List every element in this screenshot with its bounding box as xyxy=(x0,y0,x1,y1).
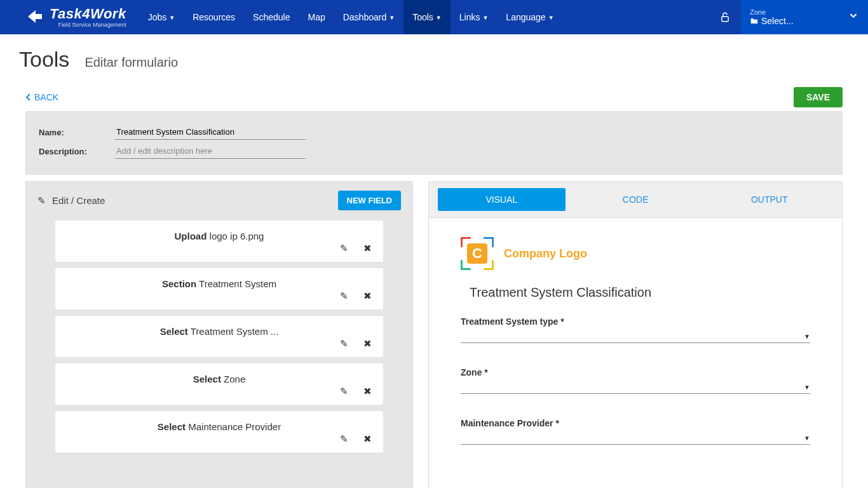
meta-name-label: Name: xyxy=(39,128,90,137)
new-field-button[interactable]: NEW FIELD xyxy=(338,191,402,210)
nav-items: Jobs▼ResourcesScheduleMapDashboard▼Tools… xyxy=(139,0,563,34)
delete-field-icon[interactable] xyxy=(363,290,372,302)
caret-down-icon: ▼ xyxy=(389,15,395,21)
field-card-title: Select Zone xyxy=(65,374,373,384)
nav-item-label: Jobs xyxy=(148,12,167,22)
nav-item-tools[interactable]: Tools▼ xyxy=(403,0,451,34)
nav-item-dashboard[interactable]: Dashboard▼ xyxy=(334,0,403,34)
zone-label: Zone xyxy=(750,8,859,16)
brand-tagline: Field Service Management xyxy=(58,22,126,28)
edit-field-icon[interactable] xyxy=(340,433,348,445)
top-navbar: Task4Work Field Service Management Jobs▼… xyxy=(0,0,868,34)
brand-text: Task4Work Field Service Management xyxy=(50,7,126,28)
svg-marker-0 xyxy=(28,10,42,23)
nav-item-language[interactable]: Language▼ xyxy=(497,0,562,34)
brand-name: Task4Work xyxy=(50,7,126,21)
nav-item-map[interactable]: Map xyxy=(299,0,334,34)
chevron-left-icon xyxy=(25,93,32,101)
dropdown-arrow-icon: ▼ xyxy=(804,333,810,340)
nav-item-label: Dashboard xyxy=(343,12,387,22)
field-card[interactable]: Select Maintenance Provider xyxy=(55,411,383,452)
page-title: Tools xyxy=(19,47,69,72)
unlock-icon[interactable] xyxy=(709,0,741,34)
edit-field-icon[interactable] xyxy=(340,386,348,397)
nav-item-label: Tools xyxy=(412,12,433,22)
preview-field: Zone *▼ xyxy=(461,367,810,394)
edit-field-icon[interactable] xyxy=(340,290,348,302)
caret-down-icon: ▼ xyxy=(169,15,175,21)
delete-field-icon[interactable] xyxy=(363,386,372,397)
preview-field-select[interactable]: ▼ xyxy=(461,432,810,445)
nav-item-label: Resources xyxy=(193,12,235,22)
preview-field-label: Maintenance Provider * xyxy=(461,418,810,428)
meta-desc-input[interactable] xyxy=(115,144,306,159)
caret-down-icon: ▼ xyxy=(548,15,554,21)
field-card-title: Select Maintenance Provider xyxy=(65,421,373,432)
edit-field-icon[interactable] xyxy=(340,243,348,254)
save-button[interactable]: SAVE xyxy=(794,87,843,107)
pencil-icon xyxy=(37,195,46,207)
preview-body: C Company Logo Treatment System Classifi… xyxy=(429,218,842,488)
tab-code[interactable]: CODE xyxy=(572,188,700,211)
delete-field-icon[interactable] xyxy=(363,338,372,349)
field-card[interactable]: Section Treatment System xyxy=(55,268,383,309)
preview-panel: VISUAL CODE OUTPUT C Company Logo Treatm… xyxy=(428,181,843,488)
page-body: Tools Editar formulario BACK SAVE Name: … xyxy=(0,34,868,488)
page-toolbar: BACK SAVE xyxy=(19,87,849,107)
brand[interactable]: Task4Work Field Service Management xyxy=(0,0,139,34)
field-card[interactable]: Upload logo ip 6.png xyxy=(55,220,383,262)
nav-item-jobs[interactable]: Jobs▼ xyxy=(139,0,184,34)
editor-heading: Edit / Create xyxy=(52,195,105,206)
dropdown-arrow-icon: ▼ xyxy=(804,384,810,391)
nav-item-label: Map xyxy=(308,12,325,22)
zone-selector[interactable]: Zone Select... xyxy=(741,0,868,34)
preview-form-title: Treatment System Classification xyxy=(461,285,810,300)
brand-logo-icon xyxy=(25,8,44,27)
page-heading: Tools Editar formulario xyxy=(19,47,849,72)
caret-down-icon: ▼ xyxy=(482,15,488,21)
zone-value: Select... xyxy=(750,16,859,26)
field-card[interactable]: Select Treatment System ... xyxy=(55,316,383,357)
nav-item-label: Links xyxy=(459,12,480,22)
folder-icon xyxy=(750,17,759,25)
company-logo-icon: C xyxy=(461,237,494,270)
nav-item-resources[interactable]: Resources xyxy=(184,0,244,34)
meta-desc-label: Description: xyxy=(39,147,90,156)
nav-item-schedule[interactable]: Schedule xyxy=(244,0,299,34)
nav-item-links[interactable]: Links▼ xyxy=(451,0,498,34)
chevron-down-icon xyxy=(848,10,859,25)
svg-rect-1 xyxy=(722,17,729,22)
company-logo-text: Company Logo xyxy=(504,247,587,261)
meta-name-input[interactable] xyxy=(115,125,306,140)
tab-output[interactable]: OUTPUT xyxy=(705,188,833,211)
edit-field-icon[interactable] xyxy=(340,338,348,349)
nav-item-label: Schedule xyxy=(253,12,290,22)
preview-field: Maintenance Provider *▼ xyxy=(461,418,810,445)
nav-item-label: Language xyxy=(506,12,545,22)
preview-field-select[interactable]: ▼ xyxy=(461,381,810,394)
company-logo: C Company Logo xyxy=(461,237,810,270)
field-card-title: Select Treatment System ... xyxy=(65,326,373,337)
preview-field-label: Zone * xyxy=(461,367,810,377)
tab-visual[interactable]: VISUAL xyxy=(438,188,566,211)
preview-tabs: VISUAL CODE OUTPUT xyxy=(429,182,842,218)
delete-field-icon[interactable] xyxy=(363,243,372,254)
preview-field-label: Treatment System type * xyxy=(461,316,810,327)
dropdown-arrow-icon: ▼ xyxy=(804,435,810,442)
field-editor-panel: Edit / Create NEW FIELD Upload logo ip 6… xyxy=(25,181,413,488)
field-card[interactable]: Select Zone xyxy=(55,363,383,405)
editor-columns: Edit / Create NEW FIELD Upload logo ip 6… xyxy=(19,181,849,488)
nav-spacer xyxy=(563,0,709,34)
preview-field: Treatment System type *▼ xyxy=(461,316,810,343)
form-meta-panel: Name: Description: xyxy=(25,111,843,175)
back-link[interactable]: BACK xyxy=(25,92,58,102)
delete-field-icon[interactable] xyxy=(363,433,372,445)
caret-down-icon: ▼ xyxy=(436,15,442,21)
page-subtitle: Editar formulario xyxy=(85,55,178,70)
preview-field-select[interactable]: ▼ xyxy=(461,330,810,343)
field-card-title: Section Treatment System xyxy=(65,278,373,289)
field-card-title: Upload logo ip 6.png xyxy=(65,231,373,241)
